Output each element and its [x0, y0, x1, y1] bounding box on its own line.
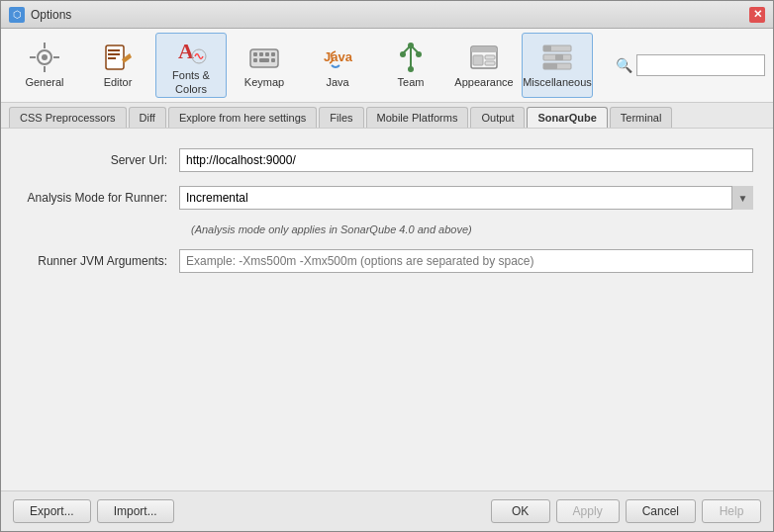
analysis-mode-hint: (Analysis mode only applies in SonarQube…: [191, 223, 753, 235]
tab-explore[interactable]: Explore from here settings: [168, 107, 317, 128]
svg-point-1: [42, 54, 48, 60]
tab-files[interactable]: Files: [319, 107, 363, 128]
runner-jvm-control: [179, 249, 753, 273]
runner-jvm-input[interactable]: [179, 249, 753, 273]
footer-left: Export... Import...: [13, 499, 174, 523]
tab-css-preprocessors[interactable]: CSS Preprocessors: [9, 107, 127, 128]
appearance-icon: [468, 42, 500, 73]
close-button[interactable]: ✕: [749, 7, 765, 23]
tabs-bar: CSS Preprocessors Diff Explore from here…: [1, 103, 773, 129]
svg-rect-36: [543, 63, 557, 69]
toolbar-team-label: Team: [398, 76, 425, 89]
server-url-row: Server Url:: [21, 148, 753, 172]
toolbar-editor-button[interactable]: Editor: [82, 33, 153, 98]
analysis-mode-row: Analysis Mode for Runner: Incremental Pr…: [21, 186, 753, 210]
analysis-mode-control: Incremental Preview Publish ▼: [179, 186, 753, 210]
window-title: Options: [31, 8, 71, 22]
toolbar-general-label: General: [25, 76, 63, 89]
svg-rect-8: [108, 53, 120, 55]
svg-text:A: A: [178, 39, 194, 63]
svg-rect-28: [473, 55, 483, 65]
svg-rect-2: [44, 43, 46, 48]
search-input[interactable]: [636, 54, 765, 76]
svg-rect-17: [271, 52, 275, 56]
ok-button[interactable]: OK: [491, 499, 550, 523]
svg-rect-4: [30, 56, 36, 58]
toolbar-keymap-button[interactable]: Keymap: [229, 33, 300, 98]
help-button[interactable]: Help: [702, 499, 761, 523]
general-icon: [29, 42, 60, 73]
editor-icon: [102, 42, 134, 73]
java-icon: Java: [322, 42, 353, 73]
analysis-mode-select[interactable]: Incremental Preview Publish: [179, 186, 753, 210]
toolbar-appearance-button[interactable]: Appearance: [448, 33, 520, 98]
svg-rect-35: [555, 54, 563, 60]
toolbar-fonts-label: Fonts & Colors: [160, 69, 222, 95]
svg-rect-34: [543, 45, 551, 51]
main-panel: Server Url: Analysis Mode for Runner: In…: [1, 129, 773, 490]
toolbar-team-button[interactable]: Team: [375, 33, 446, 98]
options-window: ⬡ Options ✕ General: [0, 0, 774, 532]
toolbar-miscellaneous-label: Miscellaneous: [523, 76, 592, 89]
svg-rect-16: [265, 52, 269, 56]
svg-rect-3: [44, 66, 46, 72]
svg-text:Java: Java: [324, 49, 353, 64]
svg-rect-29: [485, 55, 495, 59]
svg-rect-9: [108, 57, 116, 59]
runner-jvm-row: Runner JVM Arguments:: [21, 249, 753, 273]
server-url-input[interactable]: [179, 148, 753, 172]
tab-output[interactable]: Output: [470, 107, 525, 128]
import-button[interactable]: Import...: [97, 499, 174, 523]
toolbar-java-label: Java: [326, 76, 348, 89]
miscellaneous-icon: [541, 42, 573, 73]
team-icon: [395, 42, 427, 73]
apply-button[interactable]: Apply: [556, 499, 620, 523]
toolbar-keymap-label: Keymap: [244, 76, 284, 89]
svg-rect-14: [253, 52, 257, 56]
window-icon: ⬡: [9, 7, 25, 23]
toolbar-miscellaneous-button[interactable]: Miscellaneous: [522, 33, 593, 98]
svg-point-22: [408, 43, 414, 48]
svg-point-23: [400, 51, 406, 57]
svg-rect-7: [108, 49, 120, 51]
toolbar-appearance-label: Appearance: [454, 76, 513, 89]
tab-terminal[interactable]: Terminal: [610, 107, 673, 128]
search-icon: 🔍: [616, 57, 632, 73]
toolbar-editor-label: Editor: [104, 76, 133, 89]
svg-rect-20: [271, 58, 275, 62]
runner-jvm-label: Runner JVM Arguments:: [21, 254, 179, 268]
toolbar-fonts-button[interactable]: A Fonts & Colors: [155, 33, 227, 98]
keymap-icon: [248, 42, 280, 73]
toolbar-search: 🔍: [616, 54, 765, 76]
svg-rect-15: [259, 52, 263, 56]
cancel-button[interactable]: Cancel: [626, 499, 696, 523]
svg-rect-18: [253, 58, 257, 62]
footer: Export... Import... OK Apply Cancel Help: [1, 490, 773, 531]
tab-sonarqube[interactable]: SonarQube: [527, 107, 607, 128]
svg-rect-27: [471, 46, 497, 52]
toolbar-general-button[interactable]: General: [9, 33, 80, 98]
svg-rect-5: [53, 56, 59, 58]
tab-diff[interactable]: Diff: [129, 107, 166, 128]
svg-rect-30: [485, 61, 495, 65]
svg-point-25: [408, 66, 414, 72]
fonts-colors-icon: A: [175, 35, 207, 66]
toolbar-java-button[interactable]: Java Java: [302, 33, 373, 98]
tab-mobile-platforms[interactable]: Mobile Platforms: [366, 107, 469, 128]
export-button[interactable]: Export...: [13, 499, 91, 523]
server-url-label: Server Url:: [21, 153, 179, 167]
title-bar-left: ⬡ Options: [9, 7, 71, 23]
analysis-mode-label: Analysis Mode for Runner:: [21, 191, 179, 205]
server-url-control: [179, 148, 753, 172]
toolbar: General Editor A: [1, 29, 773, 103]
svg-rect-19: [259, 58, 269, 62]
svg-point-24: [416, 51, 422, 57]
title-bar: ⬡ Options ✕: [1, 1, 773, 29]
footer-right: OK Apply Cancel Help: [491, 499, 761, 523]
analysis-mode-select-wrap: Incremental Preview Publish ▼: [179, 186, 753, 210]
